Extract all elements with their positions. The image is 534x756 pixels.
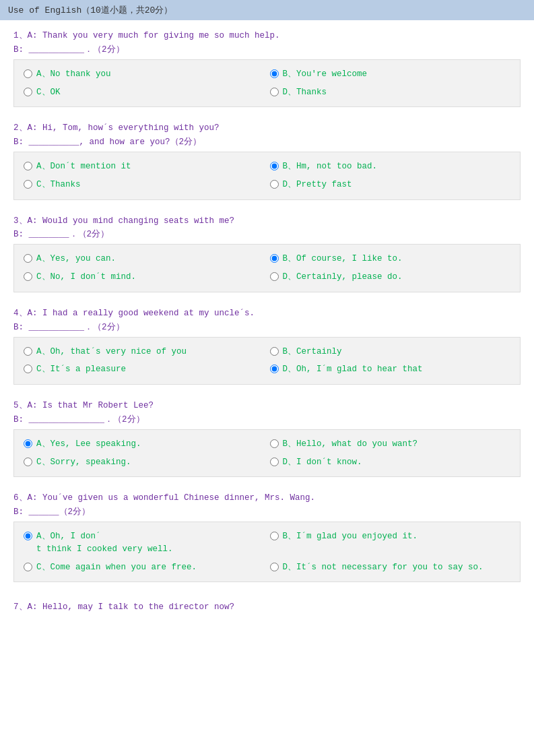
q6-option-b: B、I´m glad you enjoyed it. — [267, 529, 514, 544]
q6-option-c: C、Come again when you are free. — [21, 560, 267, 575]
q3-row1: A、Yes, you can. B、Of course, I like to. — [21, 251, 513, 267]
q5-sub: B: _______________．（2分） — [13, 414, 521, 425]
q4-options: A、Oh, that´s very nice of you B、Certainl… — [13, 337, 521, 385]
q5-option-b: B、Hello, what do you want? — [267, 437, 514, 452]
question-6: 6、A: You´ve given us a wonderful Chinese… — [13, 488, 521, 586]
q5-option-d: D、I don´t know. — [267, 455, 514, 470]
q2-radio-d[interactable] — [270, 180, 279, 189]
q5-radio-b[interactable] — [270, 439, 279, 448]
q6-radio-d[interactable] — [270, 563, 279, 571]
q5-option-a: A、Yes, Lee speaking. — [21, 437, 267, 452]
question-1: 1、A: Thank you very much for giving me s… — [13, 26, 521, 111]
q3-radio-c[interactable] — [24, 272, 32, 281]
q5-options: A、Yes, Lee speaking. B、Hello, what do yo… — [13, 429, 521, 478]
q1-radio-b[interactable] — [270, 69, 279, 78]
q2-options: A、Don´t mention it B、Hm, not too bad. C、… — [13, 152, 521, 200]
q2-sub: B: __________, and how are you?（2分） — [13, 136, 521, 148]
q5-option-c: C、Sorry, speaking. — [21, 455, 267, 470]
q4-radio-d[interactable] — [270, 365, 279, 373]
q2-radio-a[interactable] — [24, 162, 32, 170]
question-5: 5、A: Is that Mr Robert Lee? B: _________… — [13, 396, 521, 481]
q5-row1: A、Yes, Lee speaking. B、Hello, what do yo… — [21, 437, 513, 452]
q2-radio-c[interactable] — [24, 180, 32, 189]
q7-number-text: 7、A: Hello, may I talk to the director n… — [13, 597, 521, 618]
q4-option-a: A、Oh, that´s very nice of you — [21, 344, 267, 360]
q3-option-c: C、No, I don´t mind. — [21, 270, 267, 285]
q6-options: A、Oh, I don´t think I cooked very well. … — [13, 522, 521, 582]
q4-radio-a[interactable] — [24, 347, 32, 356]
question-2: 2、A: Hi, Tom, how´s everything with you?… — [13, 118, 521, 203]
q1-option-b: B、You're welcome — [267, 67, 514, 82]
q4-radio-c[interactable] — [24, 365, 32, 373]
q3-radio-a[interactable] — [24, 254, 32, 263]
q6-number-text: 6、A: You´ve given us a wonderful Chinese… — [13, 492, 521, 505]
q3-option-b: B、Of course, I like to. — [267, 251, 514, 267]
q1-radio-c[interactable] — [24, 88, 32, 96]
q1-row1: A、No thank you B、You're welcome — [21, 67, 513, 82]
q5-radio-c[interactable] — [24, 458, 32, 466]
question-4: 4、A: I had a really good weekend at my u… — [13, 303, 521, 389]
q3-option-a: A、Yes, you can. — [21, 251, 267, 267]
q3-radio-d[interactable] — [270, 272, 279, 281]
q2-row1: A、Don´t mention it B、Hm, not too bad. — [21, 159, 513, 175]
q4-option-d: D、Oh, I´m glad to hear that — [267, 362, 514, 377]
q2-row2: C、Thanks D、Pretty fast — [21, 177, 513, 193]
q4-sub: B: ___________．（2分） — [13, 321, 521, 333]
q4-option-c: C、It´s a pleasure — [21, 362, 267, 377]
q3-radio-b[interactable] — [270, 254, 279, 263]
q3-option-d: D、Certainly, please do. — [267, 270, 514, 285]
q1-radio-a[interactable] — [24, 69, 32, 78]
q4-row1: A、Oh, that´s very nice of you B、Certainl… — [21, 344, 513, 360]
q1-options: A、No thank you B、You're welcome C、OK D、T… — [13, 59, 521, 108]
q1-option-d: D、Thanks — [267, 85, 514, 100]
q3-options: A、Yes, you can. B、Of course, I like to. … — [13, 244, 521, 292]
q5-number-text: 5、A: Is that Mr Robert Lee? — [13, 400, 521, 412]
q6-row2: C、Come again when you are free. D、It´s n… — [21, 560, 513, 575]
q6-radio-b[interactable] — [270, 532, 279, 540]
q1-option-c: C、OK — [21, 85, 267, 100]
q4-number-text: 4、A: I had a really good weekend at my u… — [13, 307, 521, 320]
q2-option-c: C、Thanks — [21, 177, 267, 193]
q2-radio-b[interactable] — [270, 162, 279, 170]
q1-row2: C、OK D、Thanks — [21, 85, 513, 100]
q3-number-text: 3、A: Would you mind changing seats with … — [13, 215, 521, 228]
q2-number-text: 2、A: Hi, Tom, how´s everything with you? — [13, 122, 521, 135]
q6-option-a: A、Oh, I don´t think I cooked very well. — [21, 529, 267, 557]
q6-sub: B: ______（2分） — [13, 506, 521, 517]
q5-radio-d[interactable] — [270, 458, 279, 466]
q1-number-text: 1、A: Thank you very much for giving me s… — [13, 30, 521, 42]
q6-radio-c[interactable] — [24, 563, 32, 571]
q2-option-d: D、Pretty fast — [267, 177, 514, 193]
q1-sub: B: ___________．（2分） — [13, 44, 521, 55]
header-bar: Use of English（10道小题，共20分） — [0, 0, 534, 20]
q4-option-b: B、Certainly — [267, 344, 514, 360]
question-3: 3、A: Would you mind changing seats with … — [13, 211, 521, 296]
header-title: Use of English（10道小题，共20分） — [8, 5, 172, 15]
q1-radio-d[interactable] — [270, 88, 279, 96]
q6-radio-a[interactable] — [24, 532, 32, 540]
q6-row1: A、Oh, I don´t think I cooked very well. … — [21, 529, 513, 557]
q3-row2: C、No, I don´t mind. D、Certainly, please … — [21, 270, 513, 285]
q5-row2: C、Sorry, speaking. D、I don´t know. — [21, 455, 513, 470]
question-7: 7、A: Hello, may I talk to the director n… — [13, 593, 521, 623]
q2-option-b: B、Hm, not too bad. — [267, 159, 514, 175]
q5-radio-a[interactable] — [24, 439, 32, 448]
content-area: 1、A: Thank you very much for giving me s… — [0, 20, 534, 635]
q2-option-a: A、Don´t mention it — [21, 159, 267, 175]
q3-sub: B: ________．（2分） — [13, 228, 521, 240]
q6-option-d: D、It´s not necessary for you to say so. — [267, 560, 514, 575]
q1-option-a: A、No thank you — [21, 67, 267, 82]
q4-radio-b[interactable] — [270, 347, 279, 356]
q4-row2: C、It´s a pleasure D、Oh, I´m glad to hear… — [21, 362, 513, 377]
